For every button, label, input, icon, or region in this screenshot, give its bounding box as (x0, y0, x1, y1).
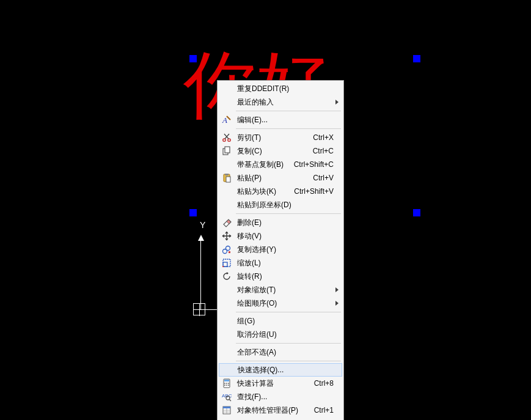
menu-label: 粘贴到原坐标(D) (235, 200, 342, 210)
svg-rect-21 (228, 385, 229, 386)
svg-rect-18 (228, 383, 229, 384)
svg-rect-25 (223, 407, 230, 408)
menu-label: 全部不选(A) (235, 347, 342, 358)
move-icon (219, 229, 235, 243)
menu-quick-select[interactable]: 快速选择(Q)... (219, 363, 342, 377)
menu-label: 绘图顺序(O) (235, 298, 342, 309)
svg-rect-12 (223, 259, 230, 267)
menu-draw-order[interactable]: 绘图顺序(O) (219, 297, 342, 310)
menu-label: 复制(C) (235, 146, 313, 157)
svg-rect-16 (224, 383, 225, 384)
selection-grip[interactable] (189, 209, 197, 216)
svg-point-1 (223, 139, 225, 141)
menu-label: 快速计算器 (235, 378, 314, 389)
menu-label: 对象特性管理器(P) (235, 405, 314, 416)
svg-rect-7 (226, 177, 230, 182)
menu-separator (236, 111, 341, 111)
shortcut-label: Ctrl+V (313, 174, 342, 182)
menu-separator (236, 343, 341, 344)
shortcut-label: Ctrl+Shift+V (294, 187, 342, 196)
shortcut-label: Ctrl+8 (314, 379, 342, 388)
menu-paste[interactable]: 粘贴(P) Ctrl+V (219, 171, 342, 185)
menu-separator (236, 213, 341, 214)
svg-rect-17 (226, 383, 227, 384)
svg-rect-13 (222, 266, 224, 267)
menu-separator (236, 312, 341, 312)
menu-erase[interactable]: 删除(E) (219, 216, 342, 229)
svg-rect-4 (225, 147, 230, 153)
menu-copy-basepoint[interactable]: 带基点复制(B) Ctrl+Shift+C (219, 158, 342, 171)
svg-rect-6 (225, 174, 229, 175)
chevron-right-icon (335, 301, 339, 306)
menu-recent-input[interactable]: 最近的输入 (219, 95, 342, 109)
shortcut-label: Ctrl+Shift+C (294, 160, 342, 169)
menu-ungroup[interactable]: 取消分组(U) (219, 328, 342, 341)
selection-grip[interactable] (413, 55, 420, 62)
menu-label: 组(G) (235, 316, 342, 326)
menu-label: 粘贴为块(K) (235, 186, 294, 197)
menu-copy-selection[interactable]: 复制选择(Y) (219, 243, 342, 256)
menu-label: 缩放(L) (235, 258, 342, 268)
properties-icon (219, 403, 235, 417)
svg-rect-19 (224, 385, 225, 386)
menu-label: 重复DDEDIT(R) (235, 84, 342, 94)
menu-properties[interactable]: 对象特性管理器(P) Ctrl+1 (219, 403, 342, 417)
copy-selection-icon (219, 243, 235, 256)
menu-label: 编辑(E)... (235, 115, 342, 125)
chevron-right-icon (335, 100, 339, 105)
copy-icon (219, 144, 235, 158)
calculator-icon (219, 377, 235, 390)
edit-text-icon: A (219, 113, 235, 127)
svg-rect-10 (229, 251, 230, 253)
menu-move[interactable]: 移动(V) (219, 229, 342, 243)
paste-icon (219, 171, 235, 185)
menu-scale[interactable]: 缩放(L) (219, 256, 342, 270)
menu-paste-origin[interactable]: 粘贴到原坐标(D) (219, 198, 342, 212)
scissors-icon (219, 131, 235, 144)
ucs-y-label: Y (200, 220, 205, 230)
menu-label: 查找(F)... (235, 392, 342, 402)
context-menu: 重复DDEDIT(R) 最近的输入 A 编辑(E)... 剪切(T) Ctrl+… (217, 80, 344, 420)
menu-rotate[interactable]: 旋转(R) (219, 270, 342, 283)
menu-cut[interactable]: 剪切(T) Ctrl+X (219, 131, 342, 144)
menu-deselect-all[interactable]: 全部不选(A) (219, 345, 342, 359)
svg-rect-20 (226, 385, 227, 386)
svg-rect-11 (223, 262, 227, 267)
selection-grip[interactable] (189, 55, 197, 62)
shortcut-label: Ctrl+1 (314, 406, 342, 414)
eraser-icon (219, 216, 235, 229)
menu-label: 粘贴(P) (235, 173, 313, 183)
menu-group[interactable]: 组(G) (219, 314, 342, 328)
menu-label: 最近的输入 (235, 97, 342, 108)
menu-label: 取消分组(U) (235, 330, 342, 340)
shortcut-label: Ctrl+C (313, 147, 342, 155)
menu-object-scale[interactable]: 对象缩放(T) (219, 283, 342, 297)
menu-label: 对象缩放(T) (235, 285, 342, 295)
menu-paste-block[interactable]: 粘贴为块(K) Ctrl+Shift+V (219, 185, 342, 198)
selection-grip[interactable] (413, 209, 420, 216)
svg-point-9 (226, 246, 230, 251)
menu-label: 旋转(R) (235, 271, 342, 282)
menu-separator (236, 361, 341, 361)
menu-quick-calc[interactable]: 快速计算器 Ctrl+8 (219, 377, 342, 390)
menu-label: 剪切(T) (235, 133, 313, 143)
menu-label: 复制选择(Y) (235, 245, 342, 255)
svg-point-2 (228, 139, 230, 141)
menu-repeat-ddedit[interactable]: 重复DDEDIT(R) (219, 82, 342, 95)
rotate-icon (219, 270, 235, 283)
svg-rect-15 (224, 380, 229, 381)
menu-separator (236, 128, 341, 129)
chevron-right-icon (335, 287, 339, 292)
menu-label: 移动(V) (235, 231, 342, 241)
menu-open-link: 打开链接... (219, 417, 342, 420)
find-icon: ABC (219, 390, 235, 403)
menu-label: 带基点复制(B) (235, 160, 294, 170)
menu-edit[interactable]: A 编辑(E)... (219, 113, 342, 127)
svg-text:A: A (222, 116, 227, 125)
scale-icon (219, 256, 235, 270)
shortcut-label: Ctrl+X (313, 133, 342, 142)
menu-find[interactable]: ABC 查找(F)... (219, 390, 342, 403)
menu-copy[interactable]: 复制(C) Ctrl+C (219, 144, 342, 158)
menu-label: 快速选择(Q)... (235, 365, 342, 375)
menu-label: 删除(E) (235, 218, 342, 228)
